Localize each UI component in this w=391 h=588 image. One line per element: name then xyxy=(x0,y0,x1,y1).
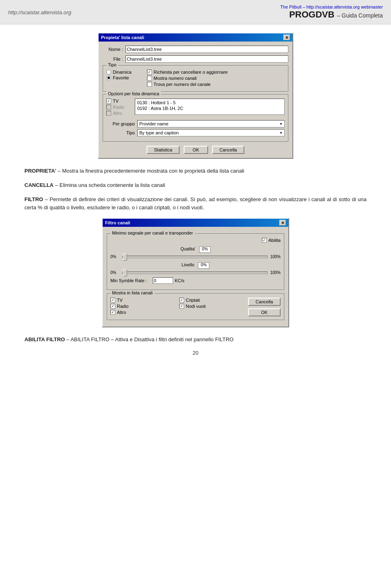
symble-input[interactable] xyxy=(153,277,173,284)
checkbox-tv[interactable]: TV xyxy=(106,99,131,103)
checkbox-trova-label: Trova per numero del canale xyxy=(154,82,211,87)
livello-title-row: Livello 0% xyxy=(110,262,281,269)
nome-input[interactable] xyxy=(125,46,288,53)
dialog-filtro: Filtro canali ✕ Minimo segnale per canal… xyxy=(102,218,289,327)
statistica-button[interactable]: Statistica xyxy=(147,146,180,154)
checkbox-radio-label: Radio xyxy=(113,105,125,110)
ok-button-2[interactable]: OK xyxy=(248,308,281,316)
ok-button-1[interactable]: OK xyxy=(184,146,208,154)
dialog-close-button-1[interactable]: ✕ xyxy=(283,35,290,40)
main-content: Propieta' lista canali ✕ Nome : File : T… xyxy=(0,24,391,364)
livello-slider-row: 0% 100% xyxy=(110,270,281,275)
checkbox-mostra-altro-box xyxy=(110,310,115,315)
checkbox-mostra-tv[interactable]: TV xyxy=(110,298,179,303)
qualita-track xyxy=(123,256,268,258)
page-number: 20 xyxy=(24,350,367,356)
per-gruppo-value: Provider name xyxy=(139,121,169,126)
tipo-radios: Dinamica Favorite xyxy=(106,70,143,88)
nome-row: Nome : xyxy=(103,46,288,53)
checkbox-mostra-radio-label: Radio xyxy=(117,304,129,309)
livello-label: Livello xyxy=(182,262,194,267)
checkbox-radio[interactable]: Radio xyxy=(106,105,131,110)
tipo-group-title: Tipo xyxy=(106,62,118,67)
body-para-1-text: Mostra la finestra precedentemente mostr… xyxy=(62,168,244,174)
livello-track xyxy=(123,272,268,274)
tipo-dropdown-value: By type and caption xyxy=(139,130,179,135)
header-url: The Pitbull – http://scaistar.altervista… xyxy=(280,4,383,9)
tipo-group: Tipo Dinamica xyxy=(103,65,288,92)
file-label: File : xyxy=(103,57,123,61)
dialog-proprietà: Propieta' lista canali ✕ Nome : File : T… xyxy=(98,33,293,159)
checkbox-mostra-tv-label: TV xyxy=(117,298,123,303)
qualita-slider[interactable] xyxy=(123,255,268,259)
checkbox-mostra-altro[interactable]: Altro xyxy=(110,310,179,315)
dialog1-buttons: Statistica OK Cancella xyxy=(103,146,288,154)
segnale-group-content: Abilita Qualita' 0% 0% xyxy=(110,238,281,284)
qualita-max-label: 100% xyxy=(270,255,281,259)
dialog-title-2: Filtro canali xyxy=(105,220,130,225)
checkbox-mostra-box xyxy=(147,76,152,81)
tipo-layout: Dinamica Favorite xyxy=(106,70,285,88)
per-gruppo-row: Per gruppo Provider name ▼ xyxy=(106,120,285,127)
qualita-label: Qualita' xyxy=(180,246,196,251)
livello-thumb[interactable] xyxy=(123,269,127,276)
tipo-dropdown-arrow-icon: ▼ xyxy=(279,131,283,135)
nome-label: Nome : xyxy=(103,47,123,52)
cancella-button-1[interactable]: Cancella xyxy=(212,146,244,154)
mostra-group-content: TV Radio Altro xyxy=(110,298,281,316)
qualita-title-row: Qualita' 0% xyxy=(110,246,281,253)
checkbox-nodi-box xyxy=(179,304,184,309)
segnale-group: Minimo segnale per canali e transponder … xyxy=(107,233,284,290)
mostra-buttons-col: Cancella OK xyxy=(248,298,281,316)
checkbox-nodi[interactable]: Nodi vuoti xyxy=(179,304,248,309)
qualita-min-label: 0% xyxy=(110,255,120,259)
tipo-dropdown[interactable]: By type and caption ▼ xyxy=(137,129,285,136)
checkbox-mostra[interactable]: Mostra numero canali xyxy=(147,76,285,81)
tipo-dropdown-label: Tipo xyxy=(106,130,135,135)
dialog-body-1: Nome : File : Tipo Dinamica xyxy=(99,42,292,158)
livello-input[interactable]: 0% xyxy=(198,262,209,269)
per-gruppo-arrow-icon: ▼ xyxy=(279,122,283,126)
checkbox-criptati[interactable]: Criptati xyxy=(179,298,248,303)
checkbox-tv-box xyxy=(106,99,111,103)
checkbox-altro-box xyxy=(106,111,111,116)
symble-label: Min Symble Rate : xyxy=(110,278,151,283)
qualita-thumb[interactable] xyxy=(123,253,127,261)
checkbox-altro[interactable]: Altro xyxy=(106,111,131,116)
dialog-close-button-2[interactable]: ✕ xyxy=(279,220,286,226)
dialog-titlebar-1: Propieta' lista canali ✕ xyxy=(99,33,292,42)
tipo-checkboxes: Richiesta per cancellare o aggiornare Mo… xyxy=(147,70,285,88)
mostra-left-col: TV Radio Altro xyxy=(110,298,179,316)
satellite-list[interactable]: 0130 : Hotbird 1 - 5 0192 : Astra 1B-1H,… xyxy=(135,99,285,115)
radio-favorite-label: Favorite xyxy=(113,75,129,80)
checkbox-abilita-box xyxy=(262,238,267,243)
dialog-titlebar-2: Filtro canali ✕ xyxy=(103,219,288,227)
per-gruppo-dropdown[interactable]: Provider name ▼ xyxy=(137,120,285,127)
qualita-input[interactable]: 0% xyxy=(199,246,211,253)
checkbox-criptati-box xyxy=(179,298,184,303)
checkbox-richiesta[interactable]: Richiesta per cancellare o aggiornare xyxy=(147,70,285,75)
radio-dinamica[interactable]: Dinamica xyxy=(106,70,143,75)
checkbox-abilita[interactable]: Abilita xyxy=(262,238,281,243)
opzioni-right: 0130 : Hotbird 1 - 5 0192 : Astra 1B-1H,… xyxy=(135,99,285,117)
opzioni-layout: TV Radio Altro xyxy=(106,99,285,117)
checkbox-mostra-label: Mostra numero canali xyxy=(154,76,197,81)
body-para-2: CANCELLA – Elimina una scheda contenente… xyxy=(24,181,367,190)
segnale-group-title: Minimo segnale per canali e transponder xyxy=(110,230,195,235)
symble-row: Min Symble Rate : KC/s xyxy=(110,277,281,284)
tipo-group-content: Dinamica Favorite xyxy=(106,70,285,88)
livello-max-label: 100% xyxy=(270,270,281,275)
checkbox-trova-box xyxy=(147,82,152,87)
list-item-2[interactable]: 0192 : Astra 1B-1H, 2C xyxy=(136,105,283,111)
checkbox-trova[interactable]: Trova per numero del canale xyxy=(147,82,285,87)
dialog-title-1: Propieta' lista canali xyxy=(101,35,144,40)
body-para-3-text: Permette di definire dei criteri di visu… xyxy=(24,196,367,211)
checkbox-radio-box xyxy=(106,105,111,110)
cancella-button-2[interactable]: Cancella xyxy=(248,298,281,306)
livello-slider[interactable] xyxy=(123,271,268,275)
file-input[interactable] xyxy=(125,55,288,63)
list-item-1[interactable]: 0130 : Hotbird 1 - 5 xyxy=(136,100,283,105)
radio-favorite[interactable]: Favorite xyxy=(106,75,143,80)
checkbox-mostra-radio[interactable]: Radio xyxy=(110,304,179,309)
dialog-body-2: Minimo segnale per canali e transponder … xyxy=(103,227,288,327)
